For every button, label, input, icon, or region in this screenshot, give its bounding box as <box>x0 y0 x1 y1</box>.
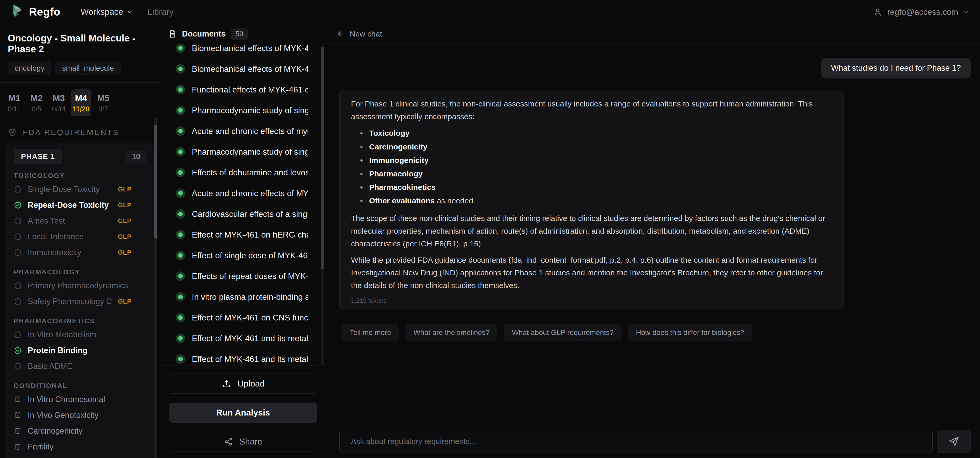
brand-name: Regfo <box>29 6 60 18</box>
status-dot-icon <box>176 126 185 136</box>
document-row[interactable]: In vitro plasma protein-binding a... <box>160 287 326 307</box>
milestone-count: 0/11 <box>4 105 24 113</box>
requirement-name: Carcinogenicity <box>28 426 132 436</box>
document-row[interactable]: Acute and chronic effects of myo... <box>160 121 326 142</box>
regfo-logo-icon <box>11 4 24 20</box>
requirement-item[interactable]: In Vivo Genotoxicity <box>14 407 146 423</box>
brand[interactable]: Regfo <box>11 4 60 20</box>
arrow-left-icon[interactable] <box>337 30 345 38</box>
requirement-name: Immunotoxicity <box>28 248 112 257</box>
requirement-item[interactable]: Local Tolerance GLP <box>14 229 146 244</box>
document-row[interactable]: Effect of single dose of MYK-461... <box>160 245 326 266</box>
chat-input[interactable] <box>339 430 932 453</box>
requirement-item[interactable]: Safety Pharmacology Core B... GLP <box>14 294 146 309</box>
section-items: Primary Pharmacodynamics <box>14 278 146 309</box>
status-dot-icon <box>176 271 185 281</box>
account-menu[interactable]: regfo@access.com <box>873 7 969 17</box>
assistant-bullet: Other evaluations as needed <box>360 194 832 207</box>
requirement-item[interactable]: Embryo-Fetal Development <box>14 455 146 458</box>
status-dot-icon <box>176 147 185 156</box>
requirement-section: CONDITIONAL <box>14 382 146 458</box>
document-row[interactable]: Biomechanical effects of MYK-4... <box>160 44 326 59</box>
project-tags: oncology small_molecule <box>8 61 152 75</box>
suggestion-chip[interactable]: What about GLP requirements? <box>504 324 621 341</box>
app-root: Regfo Workspace Library regfo@access.com <box>0 0 980 458</box>
book-icon <box>14 395 22 404</box>
documents-panel: Documents 59 Biomechanical effects of MY… <box>160 24 326 458</box>
milestone-tab[interactable]: M1 0/11 <box>4 89 24 116</box>
milestone-tab[interactable]: M2 0/5 <box>26 89 46 116</box>
suggestion-chip[interactable]: Tell me more <box>342 324 399 341</box>
suggestion-chip[interactable]: What are the timelines? <box>406 324 497 341</box>
document-row[interactable]: Cardiovascular effects of a singl... <box>160 204 326 224</box>
requirement-item[interactable]: In Vitro Chromosomal <box>14 391 146 407</box>
circle-icon <box>14 185 22 193</box>
requirement-item[interactable]: Basic ADME <box>14 358 146 374</box>
user-message-bubble: What studies do I need for Phase 1? <box>821 58 971 78</box>
documents-scrollbar-thumb[interactable] <box>321 46 325 270</box>
milestone-tabs: M1 0/11 M2 0/5 M3 0/44 M4 11/20 <box>0 83 160 124</box>
share-button[interactable]: Share <box>169 432 317 452</box>
milestone-label: M2 <box>26 93 46 103</box>
status-dot-icon <box>176 64 185 73</box>
milestone-label: M1 <box>4 93 24 103</box>
document-row[interactable]: Effect of MYK-461 on CNS functi... <box>160 307 326 328</box>
requirement-item[interactable]: Single-Dose Toxicity GLP <box>14 181 146 197</box>
milestone-label: M5 <box>93 93 113 103</box>
sidebar-scrollbar-thumb[interactable] <box>154 124 158 239</box>
document-row[interactable]: Pharmacodynamic study of singl... <box>160 142 326 162</box>
milestone-count: 0/7 <box>93 105 113 113</box>
status-dot-icon <box>176 85 185 94</box>
requirement-item[interactable]: In Vitro Metabolism <box>14 327 146 343</box>
requirement-name: Fertility <box>28 442 132 452</box>
status-dot-icon <box>176 188 185 198</box>
requirement-item[interactable]: Primary Pharmacodynamics <box>14 278 146 294</box>
circle-icon <box>14 233 22 241</box>
run-analysis-button[interactable]: Run Analysis <box>169 402 317 423</box>
assistant-bullet: Toxicology <box>360 126 832 140</box>
glp-badge: GLP <box>118 217 132 225</box>
project-title: Oncology - Small Molecule - Phase 2 <box>8 33 152 55</box>
requirement-item[interactable]: Ames Test GLP <box>14 213 146 229</box>
project-tag: oncology <box>8 61 51 75</box>
section-items: Single-Dose Toxicity GLP <box>14 181 146 260</box>
send-button[interactable] <box>937 430 971 453</box>
document-title: Functional effects of MYK-461 on... <box>192 85 308 94</box>
shield-check-icon <box>8 128 17 137</box>
chat-panel: New chat What studies do I need for Phas… <box>326 24 980 458</box>
document-row[interactable]: Pharmacodynamic study of singl... <box>160 100 326 121</box>
glp-badge: GLP <box>118 201 132 209</box>
section-label: PHARMACOLOGY <box>14 268 146 276</box>
document-row[interactable]: Acute and chronic effects of MY... <box>160 183 326 204</box>
check-circle-icon <box>14 201 22 209</box>
document-row[interactable]: Effect of MYK-461 on hERG chan... <box>160 224 326 245</box>
requirement-item[interactable]: Immunotoxicity GLP <box>14 244 146 260</box>
circle-icon <box>14 249 22 257</box>
milestone-tab[interactable]: M3 0/44 <box>49 89 69 116</box>
document-row[interactable]: Effects of dobutamine and levosi... <box>160 162 326 183</box>
requirement-item[interactable]: Fertility <box>14 439 146 455</box>
requirement-item[interactable]: Carcinogenicity <box>14 423 146 439</box>
phase-chip[interactable]: PHASE 1 <box>14 149 62 164</box>
nav-workspace[interactable]: Workspace <box>81 7 133 17</box>
milestone-tab[interactable]: M5 0/7 <box>93 89 113 116</box>
upload-button[interactable]: Upload <box>169 373 317 394</box>
document-row[interactable]: Biomechanical effects of MYK-4... <box>160 59 326 79</box>
status-dot-icon <box>176 230 185 239</box>
milestone-tab[interactable]: M4 11/20 <box>71 89 91 116</box>
document-row[interactable]: Functional effects of MYK-461 on... <box>160 79 326 100</box>
suggestion-chip[interactable]: How does this differ for biologics? <box>628 324 752 341</box>
requirement-item[interactable]: Protein Binding <box>14 343 146 358</box>
documents-title: Documents <box>182 29 226 38</box>
assistant-bullet: Immunogenicity <box>360 153 832 167</box>
new-chat-label[interactable]: New chat <box>350 30 382 38</box>
requirement-name: In Vitro Metabolism <box>28 330 132 339</box>
nav-library[interactable]: Library <box>148 7 174 17</box>
document-row[interactable]: Effect of MYK-461 and its metab... <box>160 328 326 349</box>
document-row[interactable]: Effect of MYK-461 and its metab... <box>160 349 326 365</box>
assistant-paragraph: The scope of these non-clinical studies … <box>351 212 832 250</box>
document-title: In vitro plasma protein-binding a... <box>192 292 308 302</box>
glp-badge: GLP <box>118 233 132 240</box>
document-row[interactable]: Effects of repeat doses of MYK-... <box>160 266 326 287</box>
requirement-item[interactable]: Repeat-Dose Toxicity GLP <box>14 197 146 213</box>
